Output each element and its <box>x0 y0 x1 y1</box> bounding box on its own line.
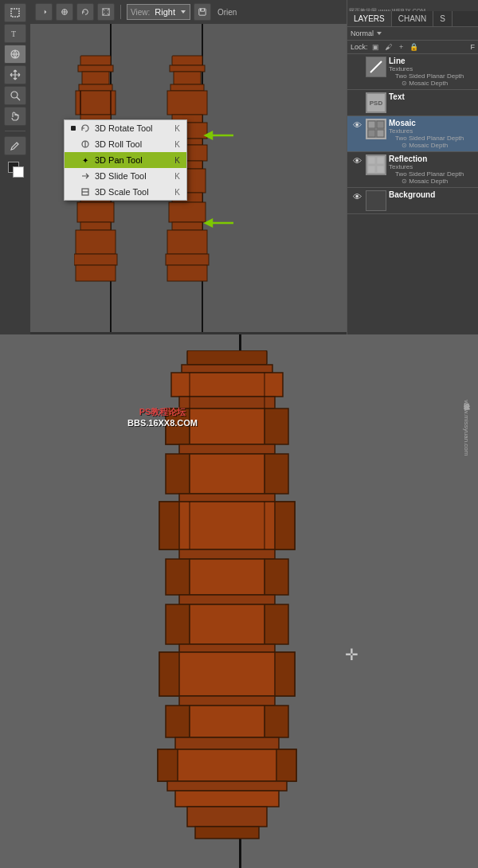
svg-rect-83 <box>179 644 275 652</box>
svg-rect-73 <box>159 502 179 549</box>
svg-rect-30 <box>170 84 204 91</box>
svg-rect-59 <box>187 350 267 365</box>
svg-rect-8 <box>80 56 111 65</box>
tool-move[interactable] <box>4 65 26 84</box>
svg-rect-39 <box>169 202 206 222</box>
layer-visibility-background[interactable]: 👁 <box>351 192 363 201</box>
svg-rect-28 <box>170 65 205 72</box>
tool-marquee[interactable] <box>4 3 26 22</box>
svg-rect-71 <box>179 494 275 502</box>
top-toolbar: View: Right Orien <box>30 0 347 24</box>
menu-item-3d-pan[interactable]: ✦ 3D Pan Tool K <box>65 152 186 168</box>
menu-item-label: 3D Slide Tool <box>95 171 147 181</box>
bottom-canvas: PS教程论坛 BBS.16XX8.COM 思缘设计论坛 www.missyuan… <box>0 334 478 868</box>
svg-rect-27 <box>172 56 202 65</box>
layer-thumb-text: PSD <box>366 92 386 113</box>
layer-name-line: Line <box>389 57 475 65</box>
menu-item-shortcut: K <box>174 124 180 133</box>
tab-channels[interactable]: CHANN <box>392 11 434 26</box>
top-watermark-text: 网页教学网 www.WEBJX.COM <box>349 8 425 11</box>
svg-rect-94 <box>276 749 296 781</box>
svg-rect-65 <box>264 409 288 444</box>
layer-sub2-mosaic: Two Sided Planar Depth <box>389 135 475 142</box>
tool-hand[interactable] <box>4 107 26 126</box>
layers-tabs: LAYERS CHANN S <box>347 11 478 27</box>
color-selector[interactable] <box>5 162 25 179</box>
layer-sub2-reflection: Two Sided Planar Depth <box>389 170 475 178</box>
lock-label: Lock: <box>351 43 368 51</box>
tab-styles[interactable]: S <box>433 11 453 26</box>
svg-rect-68 <box>166 454 190 494</box>
toolbar-rotate-btn[interactable] <box>76 3 94 21</box>
lock-transparency-icon[interactable]: ▣ <box>371 42 381 52</box>
svg-rect-69 <box>264 454 288 494</box>
layer-sub-reflection: Textures <box>389 163 475 170</box>
svg-rect-40 <box>172 222 202 230</box>
layer-visibility-reflection[interactable]: 👁 <box>351 156 363 166</box>
layer-sub2-line: Two Sided Planar Depth <box>389 72 475 80</box>
menu-item-3d-roll[interactable]: 3D Roll Tool K <box>65 136 186 152</box>
fill-label: F <box>471 43 476 51</box>
tool-eyedropper[interactable] <box>4 136 26 155</box>
svg-rect-89 <box>264 706 288 737</box>
menu-item-3d-scale[interactable]: 3D Scale Tool K <box>65 184 186 200</box>
rotate-icon <box>80 123 91 134</box>
layer-name-background: Background <box>389 190 475 199</box>
svg-rect-10 <box>82 72 109 84</box>
svg-rect-66 <box>190 409 264 444</box>
svg-rect-53 <box>368 130 375 137</box>
svg-rect-58 <box>377 166 384 173</box>
svg-rect-81 <box>264 604 288 644</box>
svg-rect-11 <box>79 84 112 91</box>
lock-paint-icon[interactable]: 🖌 <box>384 42 394 52</box>
svg-rect-55 <box>368 157 375 164</box>
lock-position-icon[interactable]: + <box>397 42 406 52</box>
layer-thumb-mosaic <box>366 119 386 139</box>
orient-label: Orien <box>217 8 237 17</box>
svg-rect-22 <box>76 230 116 254</box>
toolbar-arrow-btn[interactable] <box>35 3 53 21</box>
lock-all-icon[interactable]: 🔒 <box>409 42 419 52</box>
blend-mode-value: Normal <box>351 29 374 37</box>
svg-rect-91 <box>175 737 279 749</box>
layer-name-text: Text <box>389 92 475 101</box>
menu-item-3d-rotate[interactable]: 3D Rotate Tool K <box>65 120 186 136</box>
menu-item-3d-slide[interactable]: 3D Slide Tool K <box>65 168 186 184</box>
tool-zoom[interactable] <box>4 86 26 105</box>
layer-info-line: Line Textures Two Sided Planar Depth ⊙ M… <box>389 57 475 87</box>
layer-thumb-line <box>366 57 386 77</box>
svg-rect-61 <box>171 373 283 397</box>
svg-rect-42 <box>166 254 209 265</box>
layer-sub-mosaic: Textures <box>389 127 475 135</box>
layer-info-background: Background <box>389 190 475 199</box>
right-watermark: 思缘设计论坛 www.missyuan.com <box>461 398 470 456</box>
tool-transform-3d[interactable] <box>4 45 26 64</box>
svg-rect-20 <box>77 202 114 222</box>
watermark-line1: PS教程论坛 <box>127 406 198 418</box>
layer-item-background: 👁 Background <box>347 188 478 214</box>
svg-rect-9 <box>78 65 113 72</box>
svg-rect-77 <box>264 559 288 595</box>
menu-item-shortcut: K <box>174 140 180 149</box>
svg-rect-79 <box>179 595 275 604</box>
layers-panel: 网页教学网 www.WEBJX.COM LAYERS CHANN S Norma… <box>347 0 478 334</box>
tab-layers[interactable]: LAYERS <box>347 11 392 26</box>
layer-visibility-mosaic[interactable]: 👁 <box>351 120 363 130</box>
layer-item-line: Line Textures Two Sided Planar Depth ⊙ M… <box>347 54 478 90</box>
svg-rect-92 <box>158 749 296 781</box>
toolbar-save-btn[interactable] <box>194 3 211 21</box>
scale-icon <box>80 186 91 197</box>
top-panel: T <box>0 0 478 334</box>
toolbar-move-btn[interactable] <box>56 3 73 21</box>
toolbar-3d-btn[interactable] <box>97 3 115 21</box>
svg-rect-74 <box>275 502 295 549</box>
svg-rect-86 <box>275 652 295 696</box>
svg-rect-88 <box>166 706 190 737</box>
svg-rect-70 <box>190 454 264 494</box>
view-dropdown[interactable]: View: Right <box>127 4 190 20</box>
menu-item-label: 3D Pan Tool <box>95 155 143 165</box>
tool-text[interactable]: T <box>4 24 26 43</box>
svg-rect-60 <box>182 365 272 373</box>
layer-info-text: Text <box>389 92 475 101</box>
top-watermark: 网页教学网 www.WEBJX.COM <box>349 2 476 11</box>
